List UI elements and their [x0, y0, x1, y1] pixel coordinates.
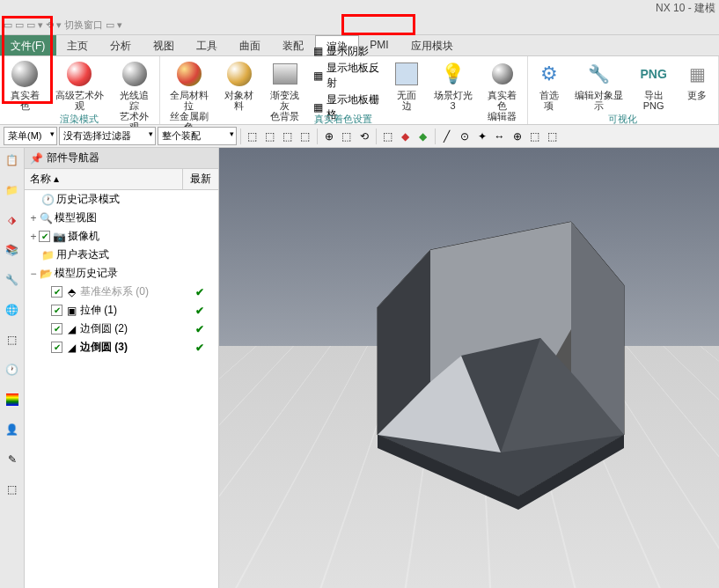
tab-assembly[interactable]: 装配: [272, 35, 315, 55]
edge-blend-icon: ◢: [64, 323, 78, 335]
hd3d-tools-icon[interactable]: 🔧: [4, 271, 21, 289]
tb-icon-11[interactable]: ╱: [439, 129, 455, 144]
tb-icon-2[interactable]: ⬚: [262, 129, 278, 144]
folder-open-icon: 📂: [39, 268, 53, 280]
nav-column-headers: 名称 ▴ 最新: [25, 169, 218, 190]
tb-icon-13[interactable]: ✦: [474, 129, 490, 144]
col-name[interactable]: 名称 ▴: [25, 169, 183, 189]
browser-icon[interactable]: 🌐: [4, 301, 21, 319]
tb-icon-6[interactable]: ⬚: [339, 129, 355, 144]
more-button[interactable]: ▦ 更多: [679, 58, 715, 102]
draft-icon[interactable]: ✎: [4, 451, 21, 468]
scene-light-button[interactable]: 💡 场景灯光 3: [428, 58, 477, 113]
sphere-red-icon: [67, 62, 92, 86]
tb-icon-12[interactable]: ⊙: [457, 129, 473, 144]
reuse-library-icon[interactable]: 📚: [4, 241, 21, 259]
tb-icon-1[interactable]: ⬚: [245, 129, 260, 144]
tree-row-edge-blend-3[interactable]: ✔ ◢ 边倒圆 (3) ✔: [25, 338, 218, 356]
tb-icon-4[interactable]: ⬚: [297, 129, 313, 144]
tb-icon-17[interactable]: ⬚: [545, 129, 561, 144]
gradient-bg-button[interactable]: 渐变浅灰 色背景: [264, 58, 306, 123]
checkbox-icon[interactable]: ✔: [51, 286, 62, 298]
ribbon-group-true-shade-settings: 全局材料拉 丝金属刷色 对象材料 渐变浅灰 色背景 ▦显示阴影 ▦显示地板反射 …: [160, 56, 528, 124]
color-icon[interactable]: [4, 391, 21, 408]
edge-blend-icon: ◢: [64, 342, 78, 354]
no-face-edge-button[interactable]: 无面边: [389, 58, 424, 113]
nav-tree: 🕐 历史记录模式 + 🔍 模型视图 + ✔ 📷 摄像机 📁 用户表达式 −: [25, 190, 218, 588]
tb-icon-3[interactable]: ⬚: [280, 129, 296, 144]
quick-access-toolbar: ▭ ▭ ▭ ▾ ⟲ ▾ 切换窗口 ▭ ▾: [0, 16, 719, 35]
assembly-dropdown[interactable]: 整个装配: [158, 127, 237, 145]
ribbon-group-visualization: ⚙ 首选项 🔧 编辑对象显示 PNG 导出 PNG ▦ 更多 可视化: [528, 56, 719, 124]
csys-icon: ⬘: [64, 286, 78, 298]
checkbox-icon[interactable]: ✔: [51, 323, 62, 334]
tb-icon-7[interactable]: ⟲: [356, 129, 372, 144]
checkbox-icon[interactable]: ✔: [39, 231, 50, 242]
tb-icon-10[interactable]: ◆: [415, 129, 431, 144]
nav-header: 📌 部件导航器: [25, 148, 218, 169]
tree-row-history-mode[interactable]: 🕐 历史记录模式: [25, 190, 218, 209]
status-check-icon: ✔: [185, 305, 215, 317]
tree-row-camera[interactable]: + ✔ 📷 摄像机: [25, 227, 218, 246]
status-check-icon: ✔: [185, 323, 215, 335]
tab-file[interactable]: 文件(F): [0, 35, 56, 55]
pin-icon[interactable]: 📌: [30, 152, 43, 165]
clock-icon[interactable]: 🕐: [4, 361, 21, 379]
tb-icon-14[interactable]: ↔: [492, 129, 508, 144]
3d-viewport[interactable]: [219, 148, 719, 588]
show-reflection-button[interactable]: ▦显示地板反射: [310, 60, 385, 92]
collapse-icon[interactable]: −: [28, 268, 39, 280]
tab-analysis[interactable]: 分析: [99, 35, 143, 55]
tb-icon-5[interactable]: ⊕: [321, 129, 337, 144]
assembly-navigator-icon[interactable]: 📁: [4, 181, 21, 199]
true-shade-button[interactable]: 真实着色: [4, 58, 46, 113]
checkbox-icon[interactable]: ✔: [51, 342, 62, 353]
tab-tools[interactable]: 工具: [186, 35, 229, 55]
checkbox-icon[interactable]: ✔: [51, 305, 62, 316]
tab-home[interactable]: 主页: [56, 35, 99, 55]
tab-surface[interactable]: 曲面: [229, 35, 272, 55]
roles-icon[interactable]: 👤: [4, 421, 21, 438]
raytrace-button[interactable]: 光线追踪 艺术外观: [114, 58, 156, 134]
menu-dropdown[interactable]: 菜单(M): [4, 127, 57, 145]
filter-dropdown[interactable]: 没有选择过滤器: [59, 127, 156, 145]
col-latest[interactable]: 最新: [183, 169, 218, 189]
ribbon-group-render-mode: 真实着色 高级艺术外观 光线追踪 艺术外观 渲染模式: [0, 56, 160, 124]
expand-icon[interactable]: +: [28, 231, 39, 243]
expand-icon[interactable]: +: [28, 212, 39, 224]
history-icon[interactable]: ⬚: [4, 331, 21, 349]
edit-object-display-button[interactable]: 🔧 编辑对象显示: [570, 58, 627, 113]
folder-icon: 📁: [40, 249, 55, 261]
adv-art-button[interactable]: 高级艺术外观: [49, 58, 109, 113]
tree-row-datum[interactable]: ✔ ⬘ 基准坐标系 (0) ✔: [25, 283, 218, 301]
tb-icon-8[interactable]: ⬚: [380, 129, 396, 144]
tab-app[interactable]: 应用模块: [400, 35, 465, 55]
status-check-icon: ✔: [185, 286, 215, 298]
constraint-navigator-icon[interactable]: ⬗: [4, 211, 21, 229]
work-area: 📋 📁 ⬗ 📚 🔧 🌐 ⬚ 🕐 👤 ✎ ⬚ 📌 部件导航器 名称 ▴ 最新 🕐 …: [0, 148, 719, 588]
status-check-icon: ✔: [185, 342, 215, 354]
true-shade-editor-button[interactable]: 真实着色 编辑器: [481, 58, 524, 123]
sphere-icon: [122, 62, 147, 86]
lightbulb-icon: 💡: [441, 62, 465, 85]
object-material-button[interactable]: 对象材料: [218, 58, 260, 113]
folder-view-icon: 🔍: [39, 212, 53, 224]
preferences-button[interactable]: ⚙ 首选项: [532, 58, 567, 113]
tree-row-user-expr[interactable]: 📁 用户表达式: [25, 246, 218, 264]
extrude-icon: ▣: [64, 305, 78, 317]
misc-icon[interactable]: ⬚: [4, 481, 21, 498]
gear-icon: ⚙: [540, 62, 558, 85]
tab-view[interactable]: 视图: [143, 35, 186, 55]
export-png-button[interactable]: PNG 导出 PNG: [631, 58, 676, 113]
tree-row-extrude[interactable]: ✔ ▣ 拉伸 (1) ✔: [25, 301, 218, 320]
tree-row-model-view[interactable]: + 🔍 模型视图: [25, 209, 218, 227]
show-shadow-button[interactable]: ▦显示阴影: [310, 43, 385, 60]
more-icon: ▦: [689, 63, 706, 85]
tree-row-edge-blend-2[interactable]: ✔ ◢ 边倒圆 (2) ✔: [25, 320, 218, 338]
tb-icon-16[interactable]: ⬚: [527, 129, 543, 144]
tb-icon-9[interactable]: ◆: [398, 129, 414, 144]
global-material-button[interactable]: 全局材料拉 丝金属刷色: [164, 58, 215, 134]
tb-icon-15[interactable]: ⊕: [510, 129, 525, 144]
tree-row-model-history[interactable]: − 📂 模型历史记录: [25, 264, 218, 283]
part-navigator-tab-icon[interactable]: 📋: [4, 151, 21, 169]
